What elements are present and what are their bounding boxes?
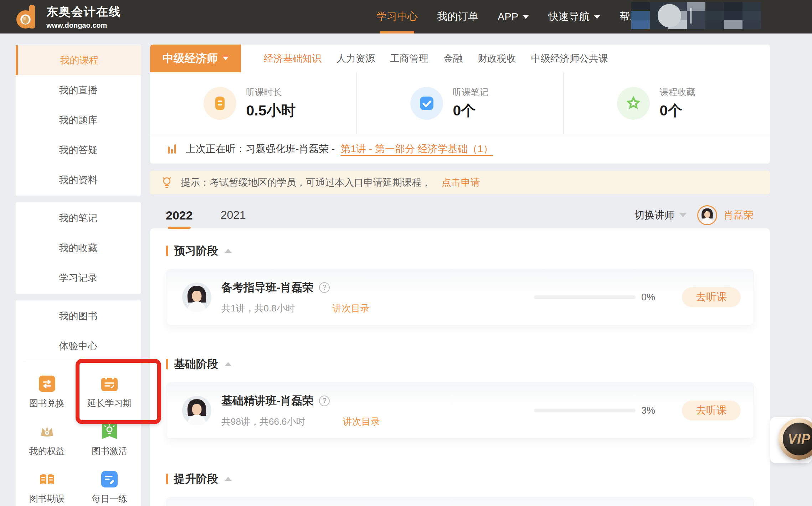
calendar-icon <box>101 376 118 392</box>
course-card-improve: 习题强化班-肖磊荣 ? <box>166 497 754 506</box>
sidebar-item-my-notes[interactable]: 我的笔记 <box>16 203 141 233</box>
stats-row: 听课时长 0.5小时 听课笔记 0个 <box>150 72 770 134</box>
vip-label: VIP <box>788 432 811 447</box>
note-check-icon <box>418 95 435 112</box>
course-header-card: 中级经济师 经济基础知识 人力资源 工商管理 金融 财政税收 中级经济师公共课 <box>150 45 770 164</box>
catalog-link[interactable]: 讲次目录 <box>343 415 380 428</box>
nav-item-my-orders[interactable]: 我的订单 <box>437 0 478 33</box>
teacher-name[interactable]: 肖磊荣 <box>724 208 754 222</box>
go-listen-button[interactable]: 去听课 <box>682 287 741 307</box>
section-accent-bar <box>166 474 168 484</box>
teacher-avatar[interactable] <box>697 205 717 225</box>
question-mark-icon[interactable]: ? <box>319 396 330 406</box>
section-improve-stage: 提升阶段 习题强化班-肖磊荣 ? <box>166 439 754 506</box>
lightbulb-tag-icon <box>101 423 118 440</box>
divider <box>690 8 692 24</box>
teacher-switcher: 切换讲师 肖磊荣 <box>634 205 754 225</box>
teacher-avatar <box>182 396 211 425</box>
stat-notes: 听课笔记 0个 <box>356 72 563 134</box>
nav-item-app[interactable]: APP <box>498 0 529 33</box>
sidebar-shortcuts: 图书兑换 延长学习期 我的权益 <box>16 361 141 506</box>
last-listening-course: 习题强化班-肖磊荣 - <box>246 142 335 156</box>
chevron-down-icon <box>523 15 529 19</box>
sidebar-item-my-books[interactable]: 我的图书 <box>16 301 141 331</box>
brand-title: 东奥会计在线 <box>46 4 121 20</box>
nav-item-learning-center[interactable]: 学习中心 <box>376 0 418 33</box>
course-list-card: 预习阶段 备考指导班-肖磊荣 ? 共1讲，共0.8小时 讲次目录 <box>150 228 770 506</box>
user-avatar[interactable] <box>658 4 681 27</box>
question-mark-icon[interactable]: ? <box>319 282 330 293</box>
sidebar-item-my-question-bank[interactable]: 我的题库 <box>16 105 141 135</box>
category-dropdown-button[interactable]: 中级经济师 <box>150 45 241 72</box>
year-tab-2022[interactable]: 2022 <box>166 208 193 222</box>
shortcut-my-benefits[interactable]: 我的权益 <box>16 416 78 464</box>
sidebar-card-courses: 我的课程 我的直播 我的题库 我的答疑 我的资料 <box>16 45 141 196</box>
progress-group: 0% 去听课 <box>534 287 741 307</box>
collapse-icon[interactable] <box>225 362 232 366</box>
section-preview-stage: 预习阶段 备考指导班-肖磊荣 ? 共1讲，共0.8小时 讲次目录 <box>166 228 754 325</box>
shortcut-extend-study-period[interactable]: 延长学习期 <box>78 368 141 416</box>
collapse-icon[interactable] <box>225 249 232 253</box>
nav-item-quick-nav[interactable]: 快速导航 <box>548 0 600 33</box>
sidebar-card-records: 我的笔记 我的收藏 学习记录 <box>16 202 141 294</box>
course-name: 基础精讲班-肖磊荣 <box>221 393 313 408</box>
course-card-basic: 基础精讲班-肖磊荣 ? 共98讲，共66.6小时 讲次目录 3% 去听课 <box>166 382 754 439</box>
progress-group: 3% 去听课 <box>534 401 741 420</box>
filter-row: 2022 2021 切换讲师 肖磊荣 <box>150 203 770 227</box>
tab-public-course[interactable]: 中级经济师公共课 <box>531 52 608 65</box>
notice-apply-link[interactable]: 点击申请 <box>442 176 480 189</box>
subject-tabs: 经济基础知识 人力资源 工商管理 金融 财政税收 中级经济师公共课 <box>264 52 608 65</box>
progress-track <box>534 295 636 299</box>
chevron-down-icon[interactable] <box>679 213 687 217</box>
sidebar-item-my-courses[interactable]: 我的课程 <box>16 45 141 75</box>
course-card-preview: 备考指导班-肖磊荣 ? 共1讲，共0.8小时 讲次目录 0% 去听课 <box>166 269 754 325</box>
brand-url: www.dongao.com <box>46 21 121 30</box>
tab-fiscal-tax[interactable]: 财政税收 <box>478 52 516 65</box>
sidebar: 我的课程 我的直播 我的题库 我的答疑 我的资料 我的笔记 我的收藏 学习记录 … <box>16 45 141 506</box>
crown-icon <box>39 423 55 440</box>
sidebar-item-study-record[interactable]: 学习记录 <box>16 263 141 293</box>
sidebar-item-my-qa[interactable]: 我的答疑 <box>16 135 141 165</box>
course-meta: 共1讲，共0.8小时 <box>221 302 295 315</box>
swap-arrows-icon <box>39 376 55 392</box>
catalog-link[interactable]: 讲次目录 <box>333 302 370 315</box>
course-meta: 共98讲，共66.6小时 <box>221 415 305 428</box>
brand[interactable]: 东奥会计在线 www.dongao.com <box>16 4 121 30</box>
section-title: 预习阶段 <box>174 243 218 258</box>
collapse-icon[interactable] <box>225 477 232 481</box>
sidebar-item-my-favorites[interactable]: 我的收藏 <box>16 233 141 263</box>
stat-favorites: 课程收藏 0个 <box>563 72 770 134</box>
section-basic-stage: 基础阶段 基础精讲班-肖磊荣 ? 共98讲，共66.6小时 讲次目录 <box>166 325 754 439</box>
tab-finance[interactable]: 金融 <box>443 52 463 65</box>
year-tabs: 2022 2021 <box>166 208 246 222</box>
year-tab-2021[interactable]: 2021 <box>221 208 246 222</box>
tab-human-resources[interactable]: 人力资源 <box>336 52 375 65</box>
shortcut-book-exchange[interactable]: 图书兑换 <box>16 368 78 416</box>
section-title: 提升阶段 <box>174 471 218 486</box>
notice-text: 提示：考试暂缓地区的学员，可通过本入口申请延期课程， <box>181 176 431 189</box>
progress-label: 0% <box>641 292 660 303</box>
sidebar-item-my-materials[interactable]: 我的资料 <box>16 165 141 195</box>
chevron-down-icon <box>223 57 228 60</box>
course-name: 备考指导班-肖磊荣 <box>221 280 313 295</box>
study-time-icon <box>212 95 228 112</box>
tab-economic-basics[interactable]: 经济基础知识 <box>264 52 322 65</box>
shortcut-book-errata[interactable]: 图书勘误 <box>16 464 78 506</box>
switch-teacher-label[interactable]: 切换讲师 <box>634 208 674 222</box>
sidebar-card-books: 我的图书 体验中心 图书兑换 延长学习期 <box>16 300 141 506</box>
sidebar-item-my-live[interactable]: 我的直播 <box>16 75 141 105</box>
last-listening-row: 上次正在听： 习题强化班-肖磊荣 - 第1讲 - 第一部分 经济学基础（1） <box>150 134 770 163</box>
user-account-blurred[interactable] <box>631 2 761 29</box>
shortcut-daily-practice[interactable]: 每日一练 <box>78 464 141 506</box>
tab-business-admin[interactable]: 工商管理 <box>390 52 428 65</box>
sidebar-item-experience-center[interactable]: 体验中心 <box>16 331 141 361</box>
blurred-user-info <box>631 2 761 29</box>
section-title: 基础阶段 <box>174 357 218 372</box>
vip-badge-core: VIP <box>783 423 812 455</box>
last-listening-link[interactable]: 第1讲 - 第一部分 经济学基础（1） <box>340 142 493 156</box>
teacher-avatar <box>182 283 211 312</box>
go-listen-button[interactable]: 去听课 <box>682 401 741 420</box>
shortcut-book-activation[interactable]: 图书激活 <box>78 416 141 464</box>
practice-pencil-icon <box>101 471 118 487</box>
section-accent-bar <box>166 359 168 370</box>
